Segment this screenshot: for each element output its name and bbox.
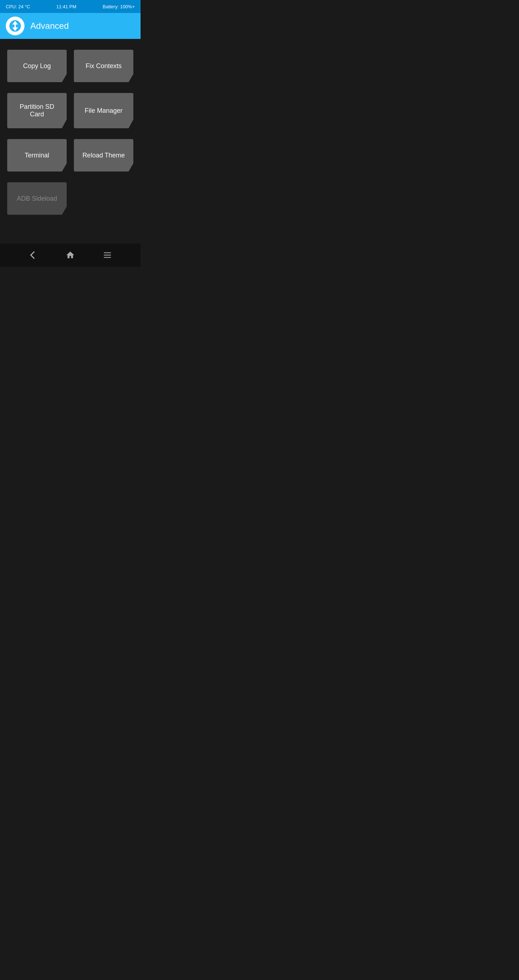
- app-icon: [6, 17, 24, 35]
- time-status: 11:41 PM: [56, 4, 76, 10]
- cpu-status: CPU: 24 °C: [6, 4, 30, 10]
- page-title: Advanced: [30, 21, 69, 31]
- header: Advanced: [0, 13, 140, 39]
- button-row-2: Partition SD Card File Manager: [7, 93, 133, 128]
- button-row-4: ADB Sideload: [7, 182, 133, 215]
- home-button[interactable]: [62, 247, 78, 263]
- battery-status: Battery: 100%+: [103, 4, 135, 10]
- status-bar: CPU: 24 °C 11:41 PM Battery: 100%+: [0, 0, 140, 13]
- reload-theme-button[interactable]: Reload Theme: [74, 139, 133, 172]
- terminal-button[interactable]: Terminal: [7, 139, 67, 172]
- button-row-1: Copy Log Fix Contexts: [7, 50, 133, 82]
- file-manager-button[interactable]: File Manager: [74, 93, 133, 128]
- back-button[interactable]: [25, 247, 41, 263]
- svg-rect-4: [104, 252, 111, 253]
- partition-sd-card-button[interactable]: Partition SD Card: [7, 93, 67, 128]
- nav-bar: [0, 243, 140, 267]
- svg-rect-6: [104, 257, 111, 258]
- button-row-3: Terminal Reload Theme: [7, 139, 133, 172]
- main-content: Copy Log Fix Contexts Partition SD Card …: [0, 39, 140, 243]
- fix-contexts-button[interactable]: Fix Contexts: [74, 50, 133, 82]
- svg-marker-3: [30, 251, 35, 259]
- menu-button[interactable]: [99, 247, 116, 263]
- svg-rect-5: [104, 255, 111, 255]
- adb-sideload-button[interactable]: ADB Sideload: [7, 182, 67, 215]
- copy-log-button[interactable]: Copy Log: [7, 50, 67, 82]
